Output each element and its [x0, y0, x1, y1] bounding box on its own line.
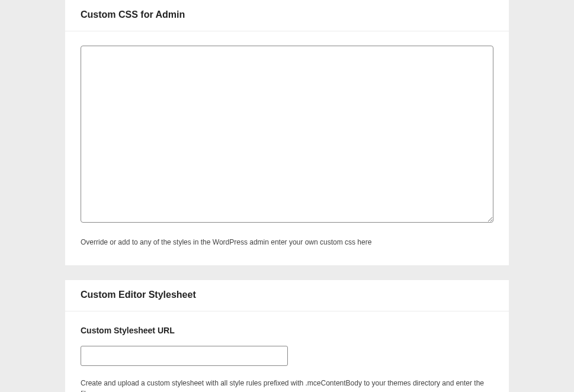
- custom-css-textarea[interactable]: [81, 46, 493, 223]
- panel-body: Custom Stylesheet URL Create and upload …: [65, 311, 509, 392]
- stylesheet-url-input[interactable]: [81, 346, 288, 366]
- stylesheet-url-label: Custom Stylesheet URL: [81, 326, 493, 335]
- panel-title-custom-css-admin: Custom CSS for Admin: [81, 9, 493, 20]
- custom-css-admin-panel: Custom CSS for Admin Override or add to …: [65, 0, 509, 265]
- panel-header: Custom Editor Stylesheet: [65, 280, 509, 311]
- stylesheet-url-help-text: Create and upload a custom stylesheet wi…: [81, 378, 493, 392]
- panel-body: Override or add to any of the styles in …: [65, 31, 509, 265]
- panel-title-custom-editor-stylesheet: Custom Editor Stylesheet: [81, 290, 493, 300]
- panel-header: Custom CSS for Admin: [65, 0, 509, 31]
- custom-editor-stylesheet-panel: Custom Editor Stylesheet Custom Styleshe…: [65, 280, 509, 392]
- custom-css-help-text: Override or add to any of the styles in …: [81, 237, 493, 248]
